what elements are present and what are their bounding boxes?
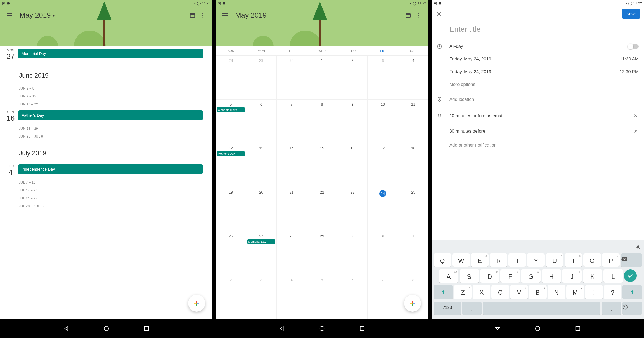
key-L[interactable]: )L <box>603 269 623 283</box>
key-E[interactable]: 3E <box>471 253 489 267</box>
day-cell[interactable]: 4 <box>277 275 307 319</box>
key-A[interactable]: @A <box>439 269 458 283</box>
suggestion-slot[interactable] <box>502 244 569 251</box>
day-cell[interactable]: 30 <box>277 56 307 99</box>
more-options-row[interactable]: More options <box>432 78 644 91</box>
day-cell[interactable]: 15 <box>307 143 337 187</box>
day-cell[interactable]: 8 <box>307 100 337 143</box>
day-cell[interactable]: 25 <box>398 187 428 231</box>
week-range[interactable]: JUL 14 – 20 <box>0 186 206 194</box>
day-cell[interactable]: 6 <box>337 275 368 319</box>
key-B[interactable]: ;B <box>529 285 547 299</box>
week-range[interactable]: JUN 16 – 22 <box>0 100 206 108</box>
day-cell[interactable]: 10 <box>368 100 398 143</box>
day-cell[interactable]: 28 <box>216 56 246 99</box>
create-fab[interactable] <box>188 295 205 312</box>
add-notification-row[interactable]: Add another notification <box>432 139 644 152</box>
week-range[interactable]: JUN 23 – 29 <box>0 125 206 133</box>
key-space[interactable] <box>483 302 600 315</box>
key-Q[interactable]: 1Q <box>434 253 451 267</box>
day-cell[interactable]: 19 <box>216 187 246 231</box>
allday-toggle[interactable] <box>628 44 639 49</box>
close-button[interactable] <box>435 10 443 18</box>
week-range[interactable]: JUN 9 – 15 <box>0 92 206 100</box>
key-D[interactable]: $D <box>480 269 500 283</box>
week-range[interactable]: JUL 28 – AUG 3 <box>0 202 206 210</box>
today-button[interactable] <box>403 10 414 21</box>
day-cell[interactable]: 1 <box>307 56 337 99</box>
day-cell[interactable]: 20 <box>246 187 277 231</box>
back-icon[interactable] <box>279 326 285 331</box>
key-T[interactable]: 5T <box>508 253 526 267</box>
day-cell[interactable]: 29 <box>246 56 277 99</box>
day-cell[interactable]: 7 <box>277 100 307 143</box>
day-cell[interactable]: 24 <box>368 187 398 231</box>
day-cell[interactable]: 11 <box>398 100 428 143</box>
enter-key[interactable] <box>624 269 637 282</box>
key-M[interactable]: ?M <box>566 285 584 299</box>
key-H[interactable]: -H <box>542 269 561 283</box>
day-cell[interactable]: 4 <box>398 56 428 99</box>
key-Z[interactable]: *Z <box>454 285 472 299</box>
home-icon[interactable] <box>535 326 541 331</box>
end-date-row[interactable]: Friday, May 24, 2019 12:30 PM <box>432 65 644 78</box>
day-cell[interactable]: 18 <box>398 143 428 187</box>
key-N[interactable]: !N <box>548 285 565 299</box>
remove-notification-button[interactable]: ✕ <box>633 112 639 120</box>
key-U[interactable]: 7U <box>546 253 564 267</box>
key-![interactable]: ! <box>585 285 603 299</box>
suggestion-slot[interactable] <box>569 244 636 251</box>
menu-button[interactable] <box>4 10 15 21</box>
today-button[interactable] <box>187 10 198 21</box>
day-cell[interactable]: 31 <box>368 231 398 275</box>
day-cell[interactable]: 28 <box>277 231 307 275</box>
shift-key[interactable]: ⬆ <box>622 285 642 299</box>
day-cell[interactable]: 5Cinco de Mayo <box>216 100 246 143</box>
key-R[interactable]: 4R <box>490 253 507 267</box>
menu-button[interactable] <box>220 10 230 21</box>
key-F[interactable]: %F <box>500 269 520 283</box>
key-?123[interactable]: ?123 <box>434 302 461 315</box>
home-icon[interactable] <box>103 326 109 331</box>
suggestion-slot[interactable] <box>435 244 502 251</box>
key-C[interactable]: 'C <box>491 285 509 299</box>
key-?[interactable]: ? <box>604 285 622 299</box>
title-input[interactable]: Enter title <box>432 21 644 40</box>
schedule-list[interactable]: MON 27 Memorial Day June 2019 JUN 2 – 8 … <box>0 46 212 319</box>
week-range[interactable]: JUL 21 – 27 <box>0 194 206 202</box>
day-cell[interactable]: 2 <box>337 56 368 99</box>
day-cell[interactable]: 29 <box>307 231 337 275</box>
notification-row[interactable]: 30 minutes before ✕ <box>432 124 644 139</box>
day-cell[interactable]: 13 <box>246 143 277 187</box>
create-fab[interactable] <box>404 295 421 312</box>
remove-notification-button[interactable]: ✕ <box>633 127 639 135</box>
key-I[interactable]: 8I <box>565 253 582 267</box>
key-O[interactable]: 9O <box>583 253 601 267</box>
day-cell[interactable]: 23 <box>337 187 368 231</box>
month-title[interactable]: May 2019 <box>235 11 267 20</box>
day-cell[interactable]: 2 <box>216 275 246 319</box>
event-chip[interactable]: Memorial Day <box>18 49 203 58</box>
start-date-row[interactable]: Friday, May 24, 2019 11:30 AM <box>432 53 644 65</box>
key-.[interactable]: . <box>602 302 621 315</box>
emoji-key[interactable] <box>622 302 642 315</box>
keyboard-down-icon[interactable] <box>495 326 500 331</box>
day-cell[interactable]: 6 <box>246 100 277 143</box>
key-K[interactable]: (K <box>583 269 602 283</box>
day-cell[interactable]: 26 <box>216 231 246 275</box>
recents-icon[interactable] <box>575 326 581 331</box>
week-range[interactable]: JUL 7 – 13 <box>0 179 206 186</box>
shift-key[interactable]: ⬆ <box>434 285 453 299</box>
day-cell[interactable]: 21 <box>277 187 307 231</box>
recents-icon[interactable] <box>359 326 365 331</box>
notification-row[interactable]: 10 minutes before as email ✕ <box>432 108 644 124</box>
day-cell[interactable]: 30 <box>337 231 368 275</box>
backspace-key[interactable] <box>621 253 642 267</box>
day-cell[interactable]: 3 <box>246 275 277 319</box>
key-,[interactable]: , <box>462 302 482 315</box>
day-cell[interactable]: 16 <box>337 143 368 187</box>
key-S[interactable]: #S <box>460 269 479 283</box>
key-G[interactable]: &G <box>521 269 541 283</box>
day-cell[interactable]: 3 <box>368 56 398 99</box>
more-button[interactable] <box>198 10 208 21</box>
